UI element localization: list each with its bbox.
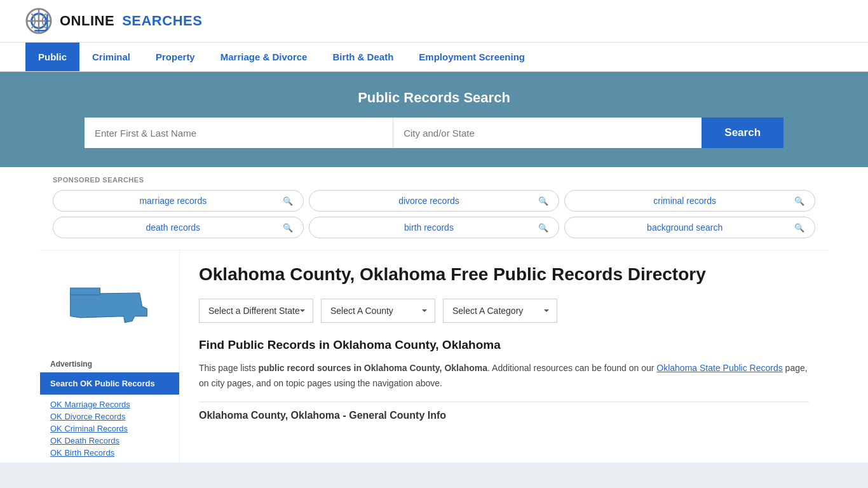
svg-rect-4 [70,288,100,295]
ok-map-area [40,250,179,352]
desc-bold: public record sources in Oklahoma County… [258,363,487,373]
sponsored-pill-text-birth: birth records [320,222,539,233]
desc-end: . Additional resources can be found on o… [487,363,654,373]
sponsored-section: SPONSORED SEARCHES marriage records 🔍 di… [40,167,828,250]
sponsored-pill-text-criminal: criminal records [575,196,794,206]
sponsored-pill-marriage[interactable]: marriage records 🔍 [53,190,304,212]
sidebar-link-death[interactable]: OK Death Records [50,436,169,445]
search-icon-birth: 🔍 [538,223,548,233]
site-header: ONLINESEARCHES [0,0,868,43]
logo-text-searches: SEARCHES [122,13,202,29]
find-records-heading: Find Public Records in Oklahoma County, … [199,338,809,352]
sponsored-pill-divorce[interactable]: divorce records 🔍 [309,190,560,212]
location-input[interactable] [393,118,702,148]
search-icon-criminal: 🔍 [794,196,804,206]
hero-banner: Public Records Search Search [0,72,868,167]
county-info-heading: Oklahoma County, Oklahoma - General Coun… [199,402,809,421]
nav-item-property[interactable]: Property [143,43,208,71]
name-input[interactable] [85,118,393,148]
sponsored-pill-text-divorce: divorce records [320,196,539,206]
sponsored-pill-text-death: death records [64,222,283,233]
logo-text-online: ONLINE [60,13,114,29]
sidebar: Advertising Search OK Public Records OK … [40,250,180,463]
sponsored-pill-birth[interactable]: birth records 🔍 [309,217,560,238]
sidebar-link-marriage[interactable]: OK Marriage Records [50,400,169,409]
sponsored-grid: marriage records 🔍 divorce records 🔍 cri… [53,190,815,238]
county-dropdown[interactable]: Select A County [321,299,435,323]
page-wrapper: ONLINESEARCHES Public Criminal Property … [0,0,868,488]
nav-item-public[interactable]: Public [25,43,79,71]
hero-title: Public Records Search [25,90,843,106]
ok-state-link[interactable]: Oklahoma State Public Records [656,363,782,373]
logo-icon [25,8,52,34]
main-nav: Public Criminal Property Marriage & Divo… [0,43,868,72]
sidebar-ad-highlight[interactable]: Search OK Public Records [40,372,179,395]
state-dropdown[interactable]: Select a Different State [199,299,313,323]
page-heading: Oklahoma County, Oklahoma Free Public Re… [199,263,809,286]
description-text: This page lists public record sources in… [199,361,809,391]
search-icon-marriage: 🔍 [283,196,293,206]
desc-part1: This page lists [199,363,258,373]
nav-item-criminal[interactable]: Criminal [79,43,143,71]
sidebar-links: OK Marriage Records OK Divorce Records O… [40,395,179,463]
content-sidebar-row: Advertising Search OK Public Records OK … [40,250,828,463]
search-icon-background: 🔍 [794,223,804,233]
below-hero-inner: SPONSORED SEARCHES marriage records 🔍 di… [40,167,828,463]
category-dropdown[interactable]: Select A Category [443,299,557,323]
nav-item-birth-death[interactable]: Birth & Death [320,43,406,71]
search-icon-death: 🔍 [283,223,293,233]
hero-search-row: Search [85,118,783,148]
sidebar-link-criminal[interactable]: OK Criminal Records [50,424,169,433]
oklahoma-map-icon [65,274,154,338]
dropdowns-row: Select a Different State Select A County… [199,299,809,323]
sponsored-pill-criminal[interactable]: criminal records 🔍 [564,190,815,212]
advertising-label: Advertising [40,352,179,372]
sidebar-link-divorce[interactable]: OK Divorce Records [50,412,169,421]
search-icon-divorce: 🔍 [538,196,548,206]
sponsored-pill-death[interactable]: death records 🔍 [53,217,304,238]
sponsored-pill-text-background: background search [575,222,794,233]
sponsored-pill-background[interactable]: background search 🔍 [564,217,815,238]
main-content: Oklahoma County, Oklahoma Free Public Re… [180,250,828,463]
search-button[interactable]: Search [702,118,783,148]
nav-item-employment-screening[interactable]: Employment Screening [406,43,538,71]
sidebar-link-birth[interactable]: OK Birth Records [50,448,169,458]
below-hero: SPONSORED SEARCHES marriage records 🔍 di… [0,167,868,463]
nav-item-marriage-divorce[interactable]: Marriage & Divorce [208,43,320,71]
sponsored-label: SPONSORED SEARCHES [53,176,815,184]
sponsored-pill-text-marriage: marriage records [64,196,283,206]
